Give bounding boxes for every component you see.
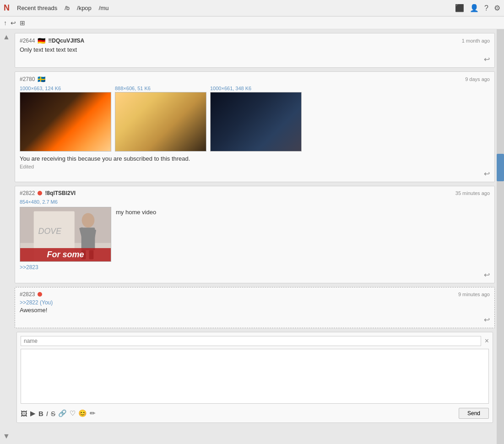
post-2644: #2644 🇩🇪 !!DQcuVJlfSA 1 month ago Only t… [15,33,495,68]
send-button[interactable]: Send [459,408,489,419]
nav-mu[interactable]: /mu [99,5,109,11]
thread-area: #2644 🇩🇪 !!DQcuVJlfSA 1 month ago Only t… [13,29,497,444]
post-2823-id: #2823 [20,291,35,298]
nav-recent-threads[interactable]: Recent threads [17,5,57,11]
post-2644-header: #2644 🇩🇪 !!DQcuVJlfSA 1 month ago [20,37,490,44]
post-2822-side-text: my home video [116,207,156,262]
post-2822-header: #2822 !8qlTSBl2VI 35 minutes ago [20,190,490,196]
main-layout: ▲ ▼ #2644 🇩🇪 !!DQcuVJlfSA 1 month ago On… [0,29,504,444]
toolbar-pen-icon[interactable]: ✏ [90,409,96,417]
toolbar-image-icon[interactable]: 🖼 [21,410,27,417]
left-scroll-panel: ▲ ▼ [0,29,13,444]
post-2644-time: 1 month ago [462,38,490,43]
toolbar-emoji-icon[interactable]: 😊 [78,409,87,417]
svg-point-2 [82,213,95,227]
toolbar-bold-icon[interactable]: B [38,410,43,417]
post-2780: #2780 🇸🇪 9 days ago 1000×663, 124 K6 888… [15,71,495,182]
nav-kpop[interactable]: /kpop [77,5,92,11]
post-2822-time: 35 minutes ago [455,190,490,196]
secondbar: ↑ ↩ ⊞ [0,16,504,29]
post-2822-ref[interactable]: >>2823 [20,264,38,271]
post-2823-content: Awesome! [20,307,490,314]
post-2780-subscribed-text: You are receiving this because you are s… [20,155,490,162]
post-2644-id: #2644 [20,38,35,44]
post-2780-header: #2780 🇸🇪 9 days ago [20,76,490,83]
topbar: N Recent threads /b /kpop /mu ⬛ 👤 ? ⚙ [0,0,504,16]
post-2822-video-thumb[interactable]: DOVE For some [20,207,111,262]
scroll-up-button[interactable]: ▲ [3,33,10,41]
scroll-down-button[interactable]: ▼ [3,432,10,440]
post-2780-img3[interactable] [210,92,302,152]
toolbar-link-icon[interactable]: 🔗 [58,409,67,417]
post-2822: #2822 !8qlTSBl2VI 35 minutes ago 854×480… [15,186,495,283]
post-2823-header: #2823 9 minutes ago [20,291,490,298]
post-2780-flag: 🇸🇪 [38,76,45,83]
post-2823: #2823 9 minutes ago >>2822 (You) Awesome… [15,287,495,328]
post-2823-dot [38,292,42,297]
user-icon[interactable]: 👤 [470,4,479,12]
toolbar-strikethrough-icon[interactable]: S [51,410,55,417]
toolbar-italic-icon[interactable]: I [46,410,48,417]
scrollbar-thumb[interactable] [497,154,504,181]
post-2822-reply-area: ↩ [20,271,490,279]
post-2780-images: 1000×663, 124 K6 888×606, 51 K6 1000×661… [20,86,490,152]
app-logo[interactable]: N [4,3,10,13]
post-2780-image-1: 1000×663, 124 K6 [20,86,111,152]
post-2780-img2[interactable] [115,92,206,152]
toolbar-heart-icon[interactable]: ♡ [70,409,76,417]
reply-form-header: × [21,336,489,346]
post-2780-time: 9 days ago [465,76,490,82]
top-nav: Recent threads /b /kpop /mu [17,5,450,11]
post-2822-id: #2822 [20,190,35,196]
reply-form: × 🖼 ▶ B I S 🔗 ♡ 😊 ✏ Send [16,332,493,423]
post-2780-reply-area: ↩ [20,169,490,178]
reply-toolbar: 🖼 ▶ B I S 🔗 ♡ 😊 ✏ Send [21,408,489,419]
post-2822-dot [38,191,42,195]
grid-icon[interactable]: ⊞ [20,19,25,27]
post-2644-content: Only text text text text [20,46,490,53]
post-2644-flag: 🇩🇪 [38,37,45,44]
post-2780-img3-label: 1000×661, 348 K6 [210,86,302,91]
post-2822-video-caption: For some [20,248,111,261]
fullscreen-icon[interactable]: ⬛ [455,4,464,12]
post-2780-id: #2780 [20,76,35,82]
post-2823-reply-area: ↩ [20,315,490,324]
help-icon[interactable]: ? [484,4,488,12]
reply-name-input[interactable] [21,336,481,346]
nav-b[interactable]: /b [65,5,70,11]
post-2644-reply-button[interactable]: ↩ [484,55,490,63]
right-scrollbar[interactable] [497,29,504,444]
post-2822-username: !8qlTSBl2VI [45,190,76,196]
post-2822-video-wrap: DOVE For some my home video [20,207,490,262]
post-2823-reply-button[interactable]: ↩ [484,316,490,324]
post-2780-reply-button[interactable]: ↩ [484,170,490,178]
post-2780-img2-label: 888×606, 51 K6 [115,86,206,91]
post-2823-quote-ref[interactable]: >>2822 (You) [20,299,490,306]
post-2822-video-label: 854×480, 2.7 M6 [20,199,58,205]
reply-textarea[interactable] [21,349,489,404]
post-2822-ref-area: >>2823 [20,264,490,271]
post-2822-reply-button[interactable]: ↩ [484,271,490,279]
post-2780-edited-tag: Edited [20,164,490,169]
topbar-icons: ⬛ 👤 ? ⚙ [455,4,500,12]
post-2644-username: !!DQcuVJlfSA [48,38,84,44]
scroll-up-icon[interactable]: ↑ [4,19,7,27]
settings-icon[interactable]: ⚙ [494,4,500,12]
post-2823-time: 9 minutes ago [458,292,490,297]
reply-close-button[interactable]: × [485,337,489,345]
reply-icon[interactable]: ↩ [11,19,16,27]
post-2780-image-3: 1000×661, 348 K6 [210,86,302,152]
post-2780-image-2: 888×606, 51 K6 [115,86,206,152]
post-2644-reply-area: ↩ [20,55,490,64]
post-2780-img1-label: 1000×663, 124 K6 [20,86,111,91]
post-2780-img1[interactable] [20,92,111,152]
toolbar-play-icon[interactable]: ▶ [30,409,36,417]
svg-text:DOVE: DOVE [38,227,62,236]
